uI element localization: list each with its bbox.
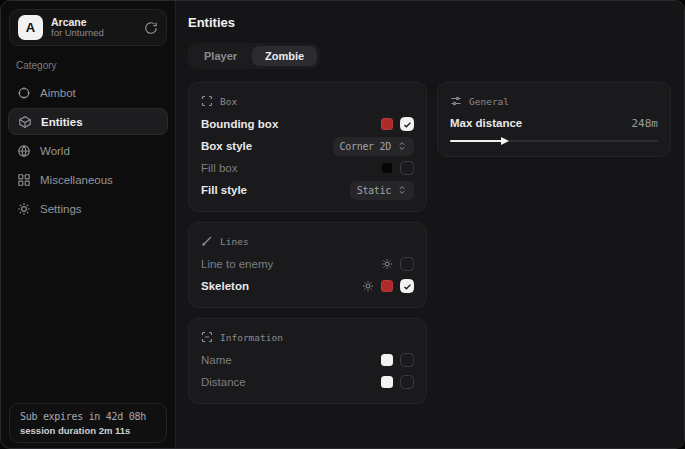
slider-fill bbox=[450, 140, 504, 142]
setting-row-fill-box: Fill box bbox=[201, 157, 414, 179]
setting-row-box-style: Box style Corner 2D bbox=[201, 135, 414, 157]
setting-row-name: Name bbox=[201, 349, 414, 371]
slider-value: 248m bbox=[632, 117, 659, 130]
sidebar-item-world[interactable]: World bbox=[8, 137, 168, 164]
lines-card: Lines Line to enemy Skeleton bbox=[188, 222, 427, 308]
sidebar-item-miscellaneous[interactable]: Miscellaneous bbox=[8, 166, 168, 193]
setting-label: Distance bbox=[201, 376, 246, 388]
sub-expiry-text: Sub expires in 42d 08h bbox=[20, 411, 156, 422]
color-swatch[interactable] bbox=[381, 376, 393, 388]
box-icon bbox=[18, 115, 32, 129]
sidebar-item-entities[interactable]: Entities bbox=[8, 108, 168, 135]
fill-box-checkbox[interactable] bbox=[400, 161, 414, 175]
session-duration-label: session duration bbox=[20, 425, 96, 436]
sidebar: A Arcane for Unturned Category Aimbot bbox=[1, 1, 176, 448]
setting-row-bounding-box: Bounding box bbox=[201, 113, 414, 135]
app-subtitle: for Unturned bbox=[51, 28, 136, 39]
color-swatch[interactable] bbox=[381, 118, 393, 130]
sidebar-item-label: Entities bbox=[41, 116, 83, 128]
color-swatch[interactable] bbox=[381, 162, 393, 174]
information-card-header: Information bbox=[201, 328, 414, 346]
line-to-enemy-checkbox[interactable] bbox=[400, 257, 414, 271]
tab-player[interactable]: Player bbox=[191, 46, 250, 66]
refresh-icon[interactable] bbox=[144, 21, 158, 35]
dropdown-value: Corner 2D bbox=[340, 141, 392, 152]
subscription-card: Sub expires in 42d 08h session duration … bbox=[9, 403, 167, 443]
setting-row-fill-style: Fill style Static bbox=[201, 179, 414, 201]
box-card: Box Bounding box Box style bbox=[188, 82, 427, 212]
scan-corners-icon bbox=[201, 95, 213, 107]
sidebar-item-label: Settings bbox=[40, 203, 82, 215]
card-title: Box bbox=[220, 96, 237, 107]
scan-text-icon bbox=[201, 331, 213, 343]
card-title: Lines bbox=[220, 236, 249, 247]
card-title: Information bbox=[220, 332, 283, 343]
general-card-header: General bbox=[450, 92, 658, 110]
box-card-header: Box bbox=[201, 92, 414, 110]
category-label: Category bbox=[16, 60, 175, 71]
left-column: Box Bounding box Box style bbox=[188, 82, 427, 404]
tab-bar: Player Zombie bbox=[188, 43, 320, 69]
setting-label: Box style bbox=[201, 140, 252, 152]
fill-style-dropdown[interactable]: Static bbox=[350, 181, 414, 200]
sidebar-nav: Aimbot Entities World Miscellaneous bbox=[1, 75, 175, 226]
gear-icon[interactable] bbox=[362, 280, 374, 292]
information-card: Information Name Distance bbox=[188, 318, 427, 404]
app-window: A Arcane for Unturned Category Aimbot bbox=[0, 0, 685, 449]
setting-row-max-distance: Max distance 248m bbox=[450, 113, 658, 133]
slider-track[interactable] bbox=[450, 140, 658, 142]
setting-label: Max distance bbox=[450, 117, 522, 129]
distance-checkbox[interactable] bbox=[400, 375, 414, 389]
setting-row-skeleton: Skeleton bbox=[201, 275, 414, 297]
grid-icon bbox=[17, 173, 31, 187]
gear-icon[interactable] bbox=[381, 258, 393, 270]
setting-row-distance: Distance bbox=[201, 371, 414, 393]
setting-label: Line to enemy bbox=[201, 258, 273, 270]
box-style-dropdown[interactable]: Corner 2D bbox=[333, 137, 415, 156]
sidebar-item-label: Miscellaneous bbox=[40, 174, 113, 186]
globe-icon bbox=[17, 144, 31, 158]
card-title: General bbox=[469, 96, 509, 107]
app-logo: A bbox=[18, 15, 43, 40]
dropdown-value: Static bbox=[357, 185, 391, 196]
sidebar-item-settings[interactable]: Settings bbox=[8, 195, 168, 222]
setting-label: Name bbox=[201, 354, 232, 366]
setting-label: Fill style bbox=[201, 184, 247, 196]
pencil-line-icon bbox=[201, 235, 213, 247]
session-duration-text: session duration 2m 11s bbox=[20, 425, 156, 436]
app-meta: Arcane for Unturned bbox=[51, 16, 136, 39]
right-column: General Max distance 248m bbox=[437, 82, 671, 157]
setting-row-line-to-enemy: Line to enemy bbox=[201, 253, 414, 275]
general-card: General Max distance 248m bbox=[437, 82, 671, 157]
session-duration-value: 2m 11s bbox=[99, 425, 131, 436]
crosshair-icon bbox=[17, 86, 31, 100]
page-title: Entities bbox=[188, 15, 671, 30]
tab-zombie[interactable]: Zombie bbox=[252, 46, 317, 66]
setting-label: Skeleton bbox=[201, 280, 249, 292]
lines-card-header: Lines bbox=[201, 232, 414, 250]
skeleton-checkbox[interactable] bbox=[400, 279, 414, 293]
max-distance-slider[interactable] bbox=[450, 140, 658, 142]
slider-thumb[interactable] bbox=[501, 137, 509, 145]
setting-label: Fill box bbox=[201, 162, 237, 174]
sidebar-item-label: World bbox=[40, 145, 70, 157]
sidebar-item-aimbot[interactable]: Aimbot bbox=[8, 79, 168, 106]
bounding-box-checkbox[interactable] bbox=[400, 117, 414, 131]
color-swatch[interactable] bbox=[381, 354, 393, 366]
name-checkbox[interactable] bbox=[400, 353, 414, 367]
setting-label: Bounding box bbox=[201, 118, 278, 130]
app-header-card: A Arcane for Unturned bbox=[9, 9, 167, 46]
color-swatch[interactable] bbox=[381, 280, 393, 292]
gear-icon bbox=[17, 202, 31, 216]
chevrons-up-down-icon bbox=[397, 141, 407, 151]
sliders-icon bbox=[450, 95, 462, 107]
sidebar-item-label: Aimbot bbox=[40, 87, 76, 99]
content-area: Box Bounding box Box style bbox=[188, 82, 671, 404]
chevrons-up-down-icon bbox=[397, 185, 407, 195]
main-panel: Entities Player Zombie Box Bounding box bbox=[176, 1, 684, 448]
